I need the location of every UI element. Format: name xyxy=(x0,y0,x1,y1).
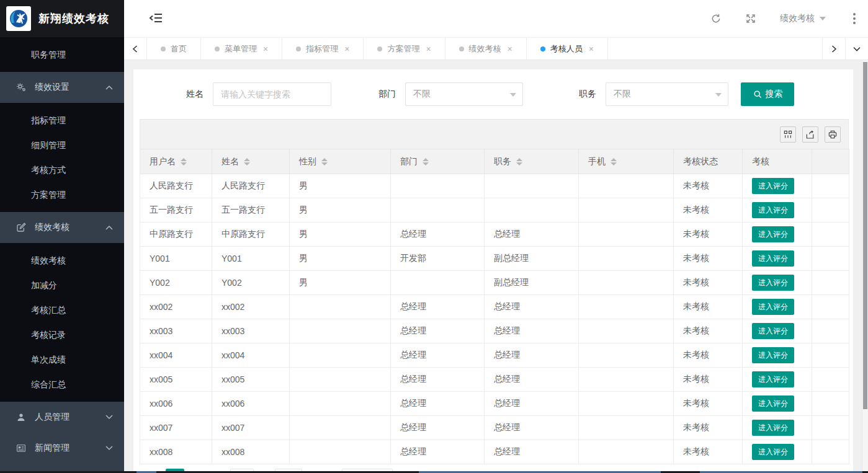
tab-item[interactable]: 指标管理 × xyxy=(282,38,364,60)
column-header[interactable]: 姓名 xyxy=(212,149,290,174)
enter-score-button[interactable]: 进入评分 xyxy=(752,226,794,242)
page-card: 姓名 部门 不限 职务 不限 搜索 xyxy=(133,69,853,473)
position-select[interactable]: 不限 xyxy=(606,82,728,106)
sidebar-sub-item[interactable]: 考核汇总 xyxy=(0,298,124,322)
sidebar-sub-item[interactable]: 综合汇总 xyxy=(0,372,124,397)
column-header[interactable]: 考核 xyxy=(743,149,812,174)
cell-username: xx004 xyxy=(140,343,212,368)
export-icon[interactable] xyxy=(802,126,818,143)
enter-score-button[interactable]: 进入评分 xyxy=(752,178,794,194)
sort-icon[interactable] xyxy=(321,158,328,166)
search-button[interactable]: 搜索 xyxy=(741,82,794,106)
close-icon[interactable]: × xyxy=(589,44,594,54)
kebab-menu-icon[interactable] xyxy=(849,12,859,25)
user-icon xyxy=(15,411,27,423)
cell-action: 进入评分 xyxy=(743,271,812,295)
sidebar-submenu: 绩效考核加减分考核汇总考核记录单次成绩综合汇总 xyxy=(0,243,124,402)
tab-item[interactable]: 菜单管理 × xyxy=(201,38,282,60)
column-header[interactable]: 部门 xyxy=(391,149,485,174)
tab-item[interactable]: 考核人员 × xyxy=(527,38,608,60)
scrollbar-thumb[interactable] xyxy=(863,62,867,409)
cell-name: Y002 xyxy=(212,271,290,295)
sidebar-parent-item[interactable]: 人员管理 xyxy=(0,402,124,433)
enter-score-button[interactable]: 进入评分 xyxy=(752,371,794,387)
sidebar-parent-item[interactable]: 新闻管理 xyxy=(0,433,124,464)
cell-position: 总经理 xyxy=(485,440,579,464)
cell-department xyxy=(391,174,485,198)
column-header[interactable]: 用户名 xyxy=(140,149,212,174)
enter-score-button[interactable]: 进入评分 xyxy=(752,323,794,339)
tab-item[interactable]: 方案管理 × xyxy=(364,38,445,60)
close-icon[interactable]: × xyxy=(344,44,349,54)
column-header[interactable]: 考核状态 xyxy=(674,149,743,174)
sidebar-sub-item[interactable]: 指标管理 xyxy=(0,108,124,133)
name-search-input[interactable] xyxy=(213,82,331,106)
table-toolbar xyxy=(140,119,849,149)
enter-score-button[interactable]: 进入评分 xyxy=(752,420,794,436)
sidebar-sub-item[interactable]: 方案管理 xyxy=(0,182,124,207)
column-header[interactable]: 职务 xyxy=(485,149,579,174)
tabs-more-icon[interactable] xyxy=(845,38,868,60)
tab-item[interactable]: 首页 xyxy=(147,38,201,60)
table-row: xx004 xx004 总经理 总经理 未考核 进入评分 xyxy=(140,343,849,368)
cell-empty xyxy=(812,416,849,440)
sidebar-sub-item[interactable]: 单次成绩 xyxy=(0,347,124,372)
enter-score-button[interactable]: 进入评分 xyxy=(752,444,794,460)
cell-gender xyxy=(290,295,391,319)
enter-score-button[interactable]: 进入评分 xyxy=(752,275,794,291)
cell-department xyxy=(391,271,485,295)
sort-icon[interactable] xyxy=(611,158,617,166)
sort-icon[interactable] xyxy=(244,158,250,166)
tab-dot-icon xyxy=(215,46,220,51)
close-icon[interactable]: × xyxy=(508,44,512,54)
cell-position: 副总经理 xyxy=(485,271,579,295)
tabs-scroll-right-icon[interactable] xyxy=(822,38,845,60)
refresh-icon[interactable] xyxy=(710,13,722,24)
cell-name: 五一路支行 xyxy=(212,198,290,223)
cell-gender xyxy=(290,416,391,440)
sort-icon[interactable] xyxy=(423,158,429,166)
cell-name: xx005 xyxy=(212,368,290,392)
cell-gender: 男 xyxy=(290,247,391,271)
sidebar-sub-item[interactable]: 考核记录 xyxy=(0,322,124,347)
column-header[interactable]: 手机 xyxy=(579,149,674,174)
enter-score-button[interactable]: 进入评分 xyxy=(752,299,794,315)
position-select-value: 不限 xyxy=(614,89,631,100)
enter-score-button[interactable]: 进入评分 xyxy=(752,202,794,218)
cell-status: 未考核 xyxy=(674,319,743,343)
column-header[interactable]: 性别 xyxy=(290,149,391,174)
tab-dot-icon xyxy=(540,46,545,51)
table-row: 人民路支行 人民路支行 男 未考核 进入评分 xyxy=(140,174,849,198)
enter-score-button[interactable]: 进入评分 xyxy=(752,347,794,363)
user-menu[interactable]: 绩效考核 xyxy=(780,13,826,24)
enter-score-button[interactable]: 进入评分 xyxy=(752,250,794,267)
enter-score-button[interactable]: 进入评分 xyxy=(752,396,794,412)
sort-icon[interactable] xyxy=(516,158,522,166)
cell-status: 未考核 xyxy=(674,198,743,223)
cell-department: 总经理 xyxy=(391,223,485,247)
sidebar-parent-item[interactable]: 绩效设置 xyxy=(0,72,124,103)
cell-gender xyxy=(290,368,391,392)
column-header[interactable] xyxy=(812,149,849,174)
sidebar-sub-item[interactable]: 职务管理 xyxy=(0,42,124,67)
print-icon[interactable] xyxy=(825,126,841,143)
sidebar-sub-item[interactable]: 细则管理 xyxy=(0,133,124,157)
columns-icon[interactable] xyxy=(780,126,796,143)
cell-department xyxy=(391,198,485,223)
fullscreen-icon[interactable] xyxy=(745,13,756,24)
sidebar-parent-item[interactable]: 绩效考核 xyxy=(0,212,124,243)
sidebar-sub-item[interactable]: 绩效考核 xyxy=(0,248,124,273)
sidebar-sub-item[interactable]: 部门管理 xyxy=(0,37,124,42)
cell-action: 进入评分 xyxy=(743,343,812,368)
sidebar-sub-item[interactable]: 考核方式 xyxy=(0,157,124,182)
department-select[interactable]: 不限 xyxy=(405,82,523,106)
cell-username: 人民路支行 xyxy=(140,174,212,198)
tabs-scroll-left-icon[interactable] xyxy=(124,38,147,60)
sidebar-sub-item[interactable]: 加减分 xyxy=(0,273,124,298)
sort-icon[interactable] xyxy=(181,158,187,166)
cell-status: 未考核 xyxy=(674,440,743,464)
menu-fold-icon[interactable] xyxy=(149,12,163,25)
tab-item[interactable]: 绩效考核 × xyxy=(445,38,527,60)
close-icon[interactable]: × xyxy=(426,44,431,54)
close-icon[interactable]: × xyxy=(263,44,268,54)
